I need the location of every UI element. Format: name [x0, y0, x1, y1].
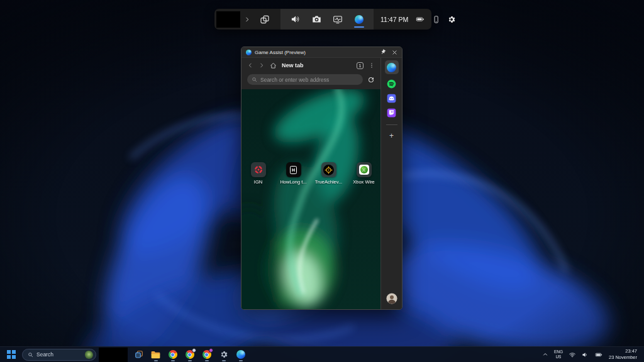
search-row [242, 73, 380, 89]
search-label: Search [36, 351, 82, 358]
shortcut-ign[interactable]: IGN [245, 162, 272, 185]
shortcut-xbox-wire[interactable]: Xbox Wire [350, 162, 378, 185]
shortcut-trueachievements[interactable]: TrueAchiev... [315, 162, 343, 185]
language-line2: US [554, 354, 563, 359]
xbox-logo-icon [360, 166, 368, 173]
shortcut-label: HowLong t... [280, 179, 306, 185]
redacted-region [216, 11, 240, 28]
address-bar[interactable] [247, 74, 363, 85]
new-tab-page: IGN H HowLong t... [242, 89, 380, 309]
settings-button[interactable] [215, 347, 232, 362]
edge-logo-icon [246, 50, 252, 55]
clock-time: 23:47 [609, 348, 637, 354]
language-line1: ENG [554, 349, 563, 354]
trueachievements-tile [321, 162, 336, 177]
tab-title: New tab [282, 62, 304, 69]
ign-logo-icon [253, 165, 264, 175]
chrome-button[interactable] [164, 347, 181, 362]
chrome-profile-2-button[interactable] [181, 347, 198, 362]
pin-icon[interactable] [380, 49, 386, 55]
search-highlight-image [85, 351, 93, 359]
settings-gear-icon[interactable] [447, 15, 456, 24]
spotify-icon[interactable] [387, 79, 396, 89]
file-explorer-icon [151, 351, 160, 359]
profile-badge [192, 348, 196, 353]
file-explorer-button[interactable] [147, 347, 164, 362]
game-bar-clock: 11:47 PM [380, 16, 408, 23]
forward-icon[interactable] [258, 62, 265, 69]
start-button[interactable] [7, 350, 16, 359]
language-switcher[interactable]: ENG US [554, 349, 563, 360]
shortcut-howlongtobeat[interactable]: H HowLong t... [280, 162, 308, 185]
avatar-photo [386, 293, 397, 304]
performance-icon [333, 14, 343, 25]
system-tray: ENG US 23:47 23 November [542, 348, 640, 361]
active-app-indicator [188, 360, 192, 361]
task-view-button[interactable] [130, 347, 147, 362]
app-sidebar: + [380, 58, 402, 309]
active-app-indicator [222, 360, 226, 361]
shortcut-label: Xbox Wire [353, 179, 375, 185]
refresh-icon[interactable] [367, 76, 375, 84]
close-icon[interactable] [392, 50, 397, 55]
chrome-icon [169, 350, 177, 359]
active-app-indicator [171, 360, 175, 361]
search-icon [28, 352, 33, 358]
wifi-icon[interactable] [569, 351, 576, 358]
game-assist-window: Game Assist (Preview) [241, 47, 402, 310]
taskbar: Search [0, 346, 644, 362]
shortcut-label: IGN [254, 179, 262, 185]
redacted-region [99, 348, 128, 362]
battery-icon[interactable] [594, 351, 603, 358]
battery-icon [415, 15, 425, 23]
taskbar-clock[interactable]: 23:47 23 November [609, 348, 637, 361]
sidebar-edge-button[interactable] [385, 60, 399, 74]
game-assist-button[interactable] [348, 9, 370, 30]
new-tab-wallpaper [242, 89, 380, 309]
home-icon[interactable] [270, 62, 277, 69]
game-bar-widgets-section [280, 9, 374, 30]
address-input[interactable] [260, 77, 358, 83]
active-app-indicator [239, 360, 243, 361]
twitch-icon[interactable] [387, 108, 396, 118]
window-title: Game Assist (Preview) [255, 50, 306, 55]
discord-icon[interactable] [387, 94, 396, 103]
windows-logo-icon [7, 350, 11, 354]
widgets-icon [260, 14, 270, 25]
xbox-wire-tile [357, 162, 372, 177]
tab-count: 1 [359, 63, 362, 68]
search-icon [252, 77, 257, 82]
menu-dots-icon[interactable] [369, 62, 375, 69]
trueachievements-logo-icon [324, 165, 333, 175]
performance-button[interactable] [327, 9, 348, 30]
widgets-button[interactable] [254, 9, 275, 30]
profile-avatar[interactable] [386, 293, 397, 304]
game-bar-right-section: 11:47 PM [374, 9, 463, 30]
clock-date: 23 November [609, 354, 637, 361]
browser-nav-bar: New tab 1 [242, 58, 380, 73]
active-widget-indicator [354, 26, 364, 28]
desktop: 11:47 PM Game Assist (Preview) [0, 0, 644, 362]
tab-counter-button[interactable]: 1 [357, 62, 364, 69]
volume-icon[interactable] [582, 351, 589, 358]
window-titlebar[interactable]: Game Assist (Preview) [242, 47, 402, 58]
edge-icon [236, 350, 245, 359]
camera-icon [312, 14, 321, 24]
settings-gear-icon [219, 350, 228, 359]
chrome-profile-3-button[interactable] [198, 347, 215, 362]
capture-button[interactable] [306, 9, 327, 30]
audio-button[interactable] [284, 9, 306, 30]
back-icon[interactable] [247, 62, 253, 69]
pinned-apps [130, 347, 249, 362]
ign-tile [251, 162, 266, 177]
edge-button[interactable] [232, 347, 249, 362]
hidden-icons-chevron[interactable] [542, 351, 548, 358]
phone-icon[interactable] [432, 15, 440, 24]
taskbar-search-box[interactable]: Search [22, 349, 96, 361]
edge-game-assist-icon [355, 15, 364, 24]
chevron-right-icon[interactable] [244, 16, 250, 23]
howlongtobeat-tile: H [286, 162, 301, 177]
audio-icon [291, 14, 300, 24]
howlongtobeat-logo-icon: H [290, 166, 297, 174]
add-site-button[interactable]: + [389, 132, 394, 140]
